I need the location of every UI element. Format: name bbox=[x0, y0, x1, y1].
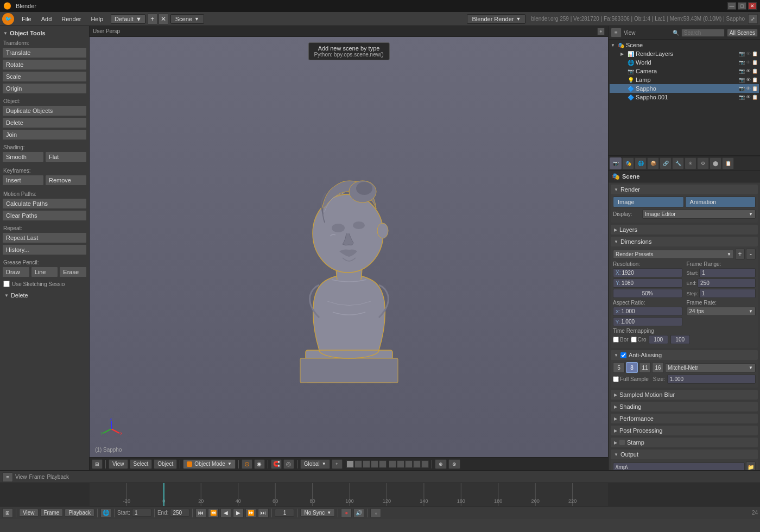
render-status-btn[interactable]: ● bbox=[341, 508, 352, 518]
viewport-extra-btn2[interactable]: ⊗ bbox=[448, 459, 460, 469]
tree-camera[interactable]: 📷 Camera 📷 👁 📋 bbox=[610, 67, 759, 75]
layer-3[interactable] bbox=[363, 460, 370, 468]
close-button[interactable]: ✕ bbox=[748, 2, 757, 10]
output-header[interactable]: ▼ Output bbox=[611, 449, 758, 459]
viewport-select-btn[interactable]: Select bbox=[130, 459, 153, 469]
scene-remove-button[interactable]: ✕ bbox=[159, 14, 168, 24]
size-field[interactable]: 1.000 bbox=[667, 375, 756, 384]
tree-sappho[interactable]: 🔷 Sappho 📷 👁 📋 bbox=[610, 84, 759, 93]
footer-playback-btn[interactable]: Playback bbox=[65, 509, 94, 517]
next-frame-btn[interactable]: ⏩ bbox=[245, 508, 256, 518]
menu-file[interactable]: File bbox=[17, 15, 36, 23]
output-folder-btn[interactable]: 📁 bbox=[746, 461, 756, 470]
snap-button[interactable]: 🧲 bbox=[271, 459, 282, 469]
keyframe-indicator[interactable]: ⬦ bbox=[370, 508, 381, 518]
viewport-view-btn[interactable]: View bbox=[109, 459, 128, 469]
join-button[interactable]: Join bbox=[2, 129, 87, 140]
history-button[interactable]: History... bbox=[2, 244, 87, 255]
scale-button[interactable]: Scale bbox=[2, 71, 87, 82]
prop-tab-material[interactable]: ⬤ bbox=[710, 157, 721, 169]
layer-9[interactable] bbox=[413, 460, 421, 468]
play-reverse-btn[interactable]: ◀ bbox=[220, 508, 231, 518]
outliner-search[interactable] bbox=[681, 29, 725, 37]
footer-icon-btn[interactable]: ⊞ bbox=[2, 508, 13, 518]
remove-button[interactable]: Remove bbox=[45, 175, 87, 186]
smooth-button[interactable]: Smooth bbox=[2, 151, 44, 162]
render-section-header[interactable]: ▼ Render bbox=[611, 185, 758, 194]
post-processing-header[interactable]: ▶ Post Processing bbox=[611, 426, 758, 435]
pivot-button[interactable]: ⊙ bbox=[242, 459, 252, 469]
line-button[interactable]: Line bbox=[31, 267, 59, 277]
no-sync-selector[interactable]: No Sync ▼ bbox=[300, 509, 335, 517]
repeat-last-button[interactable]: Repeat Last bbox=[2, 232, 87, 243]
play-btn[interactable]: ▶ bbox=[233, 508, 244, 518]
origin-button[interactable]: Origin bbox=[2, 83, 87, 94]
tree-renderlayers[interactable]: ▶ 📊 RenderLayers 📷 👁 📋 bbox=[610, 49, 759, 58]
bor-checkbox[interactable] bbox=[613, 337, 619, 343]
fullscreen-button[interactable]: ⤢ bbox=[748, 14, 758, 24]
animation-render-button[interactable]: Animation bbox=[685, 197, 756, 207]
insert-button[interactable]: Insert bbox=[2, 175, 44, 186]
prop-tab-constraints[interactable]: 🔗 bbox=[660, 157, 672, 169]
full-sample-checkbox[interactable] bbox=[613, 376, 619, 382]
asp-x-field[interactable]: X: 1.000 bbox=[613, 307, 682, 316]
shading-props-header[interactable]: ▶ Shading bbox=[611, 402, 758, 411]
aa-btn-11[interactable]: 11 bbox=[639, 362, 651, 373]
prop-tab-scene[interactable]: 🎭 bbox=[622, 157, 634, 169]
tree-scene[interactable]: ▼ 🎭 Scene bbox=[610, 41, 759, 49]
prop-tab-world[interactable]: 🌐 bbox=[635, 157, 647, 169]
proportional-button[interactable]: ◎ bbox=[283, 459, 294, 469]
minimize-button[interactable]: — bbox=[727, 2, 736, 10]
output-path-field[interactable]: /tmp\ bbox=[613, 463, 745, 471]
footer-start-field[interactable] bbox=[132, 509, 151, 517]
viewport-object-btn[interactable]: Object bbox=[154, 459, 177, 469]
aa-btn-5[interactable]: 5 bbox=[613, 362, 625, 373]
delete-button[interactable]: Delete bbox=[2, 117, 87, 128]
clear-paths-button[interactable]: Clear Paths bbox=[2, 210, 87, 221]
menu-help[interactable]: Help bbox=[86, 15, 107, 23]
fps-selector[interactable]: 24 fps ▼ bbox=[687, 307, 756, 316]
current-frame-field[interactable] bbox=[275, 509, 294, 517]
prop-tab-particles[interactable]: ✳ bbox=[685, 157, 696, 169]
prop-tab-object[interactable]: 📦 bbox=[647, 157, 659, 169]
viewport-canvas[interactable]: Add new scene by type Python: bpy.ops.sc… bbox=[90, 37, 608, 457]
flat-button[interactable]: Flat bbox=[45, 151, 87, 162]
scene-selector[interactable]: Scene ▼ bbox=[170, 14, 204, 24]
prop-tab-physics[interactable]: ⚙ bbox=[697, 157, 709, 169]
stamp-header[interactable]: ▶ Stamp bbox=[611, 438, 758, 447]
timeline-icon-btn[interactable]: ≡ bbox=[2, 472, 13, 482]
layer-10[interactable] bbox=[421, 460, 429, 468]
maximize-button[interactable]: □ bbox=[738, 2, 746, 10]
mode-selector[interactable]: Object Mode ▼ bbox=[183, 459, 236, 469]
render-mode-button[interactable]: ◉ bbox=[254, 459, 265, 469]
erase-button[interactable]: Erase bbox=[59, 267, 87, 277]
layer-6[interactable] bbox=[389, 460, 396, 468]
audio-status-btn[interactable]: 🔊 bbox=[353, 508, 364, 518]
res-x-field[interactable]: X: 1920 bbox=[613, 268, 682, 277]
aa-filter-selector[interactable]: Mitchell-Netr ▼ bbox=[665, 363, 756, 372]
res-pct-field[interactable]: 50% bbox=[613, 289, 682, 298]
viewport-maximize-button[interactable]: + bbox=[597, 28, 605, 35]
object-tools-header[interactable]: ▼ Object Tools bbox=[2, 28, 87, 38]
remap-new-field[interactable]: 100 bbox=[670, 335, 690, 344]
prev-frame-btn[interactable]: ⏪ bbox=[208, 508, 219, 518]
viewport-icon-button[interactable]: ⊞ bbox=[92, 459, 103, 469]
prop-tab-texture[interactable]: 📋 bbox=[722, 157, 734, 169]
layer-5[interactable] bbox=[379, 460, 387, 468]
translate-button[interactable]: Translate bbox=[2, 47, 87, 58]
layer-7[interactable] bbox=[397, 460, 404, 468]
duplicate-button[interactable]: Duplicate Objects bbox=[2, 105, 87, 116]
timeline-ruler[interactable]: -20 0 20 40 60 80 100 120 140 160 bbox=[90, 483, 608, 506]
remap-old-field[interactable]: 100 bbox=[649, 335, 668, 344]
tree-lamp[interactable]: 💡 Lamp 📷 👁 📋 bbox=[610, 75, 759, 84]
footer-end-field[interactable] bbox=[170, 509, 189, 517]
layer-4[interactable] bbox=[371, 460, 378, 468]
delete-section-header[interactable]: ▼ Delete bbox=[2, 290, 87, 300]
res-y-field[interactable]: Y: 1080 bbox=[613, 278, 682, 288]
layer-2[interactable] bbox=[354, 460, 362, 468]
global-selector[interactable]: Global ▼ bbox=[300, 459, 330, 469]
sketching-checkbox[interactable] bbox=[3, 281, 10, 287]
skip-start-btn[interactable]: ⏮ bbox=[195, 508, 206, 518]
cro-checkbox[interactable] bbox=[631, 337, 637, 343]
engine-selector[interactable]: Blender Render ▼ bbox=[467, 14, 525, 24]
